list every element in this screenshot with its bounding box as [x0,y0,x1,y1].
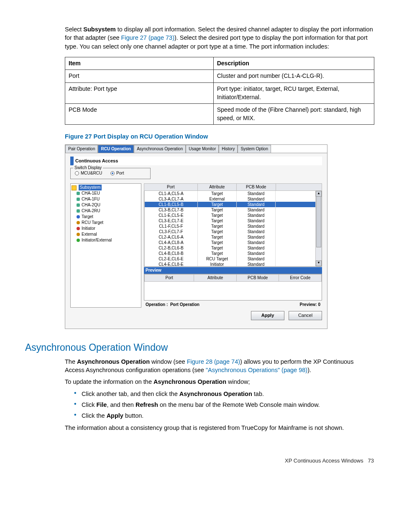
tab-rcu-operation[interactable]: RCU Operation [98,145,134,153]
table-row[interactable]: CL1-B,CL5-BTargetStandard [145,202,322,207]
tree-item-initiator[interactable]: Initiator [71,226,141,231]
folder-icon [72,185,77,190]
port-info-table: Item Description PortCluster and port nu… [65,57,374,125]
scroll-down-icon[interactable]: ▼ [316,260,322,266]
col-item: Item [65,57,214,70]
tree-item-cha-1eu[interactable]: CHA-1EU [71,190,141,196]
scroll-up-icon[interactable]: ▲ [316,191,322,197]
table-row[interactable]: CL4-E,CL8-EInitiatorStandard [145,262,322,267]
table-row[interactable]: CL3-B,CL7-BTargetStandard [145,207,322,213]
port-table-body: CL1-A,CL5-ATargetStandard CL3-A,CL7-AExt… [144,191,322,267]
port-table: Port Attribute PCB Mode [144,183,322,191]
preview-header: Preview [144,267,322,274]
table-row[interactable]: CL1-F,CL5-FTargetStandard [145,224,322,229]
intro-paragraph: Select Subsystem to display all port inf… [65,25,374,51]
section-heading: Asynchronous Operation Window [25,341,374,354]
col-attribute[interactable]: Attribute [197,184,237,191]
panel-title: Continuous Access [70,157,322,165]
tab-usage-monitor[interactable]: Usage Monitor [186,145,219,153]
list-item: Click File, and then Refresh on the menu… [74,401,374,409]
tab-system-option[interactable]: System Option [238,145,271,153]
tree-item-cha-1fu[interactable]: CHA-1FU [71,196,141,202]
tree-item-initiator-external[interactable]: Initiator/External [71,237,141,243]
tab-pair-operation[interactable]: Pair Operation [65,145,98,153]
switch-display-group: Switch Display MCU&RCU Port [70,168,151,179]
page-footer: XP Continuous Access Windows 73 [25,457,374,465]
tab-asynchronous-operation[interactable]: Asynchronous Operation [134,145,186,153]
col-pcb-mode[interactable]: PCB Mode [237,184,276,191]
figure-caption: Figure 27 Port Display on RCU Operation … [65,132,374,141]
operation-value: Port Operation [170,302,200,307]
rcu-operation-window: Pair Operation RCU Operation Asynchronou… [65,144,327,329]
table-row[interactable]: CL3-A,CL7-AExternalStandard [145,196,322,202]
list-item: Click the Apply button. [74,411,374,420]
tree-item-target[interactable]: Target [71,214,141,220]
cancel-button[interactable]: Cancel [289,311,322,320]
col-description: Description [213,57,374,70]
apply-button[interactable]: Apply [251,311,284,320]
table-row: Attribute: Port typePort type: initiator… [65,83,374,104]
figure-27-link[interactable]: Figure 27 (page 73) [121,34,174,41]
table-row[interactable]: CL2-B,CL6-BTargetStandard [145,245,322,251]
table-row: PCB ModeSpeed mode of the (Fibre Channel… [65,104,374,125]
operation-label: Operation : [146,302,168,307]
body-paragraph: The information about a consistency grou… [65,424,374,432]
table-row[interactable]: CL2-E,CL6-ERCU TargetStandard [145,256,322,262]
figure-28-link[interactable]: Figure 28 (page 74) [187,358,240,365]
table-row[interactable]: CL4-B,CL8-BTargetStandard [145,251,322,256]
preview-count: Preview: 0 [300,302,320,308]
table-row[interactable]: CL3-F,CL7-FTargetStandard [145,229,322,234]
table-row[interactable]: CL1-E,CL5-ETargetStandard [145,213,322,218]
list-item: Click another tab, and then click the As… [74,390,374,398]
radio-mcu-rcu[interactable]: MCU&RCU [75,170,102,176]
tab-history[interactable]: History [219,145,238,153]
tree-item-rcu-target[interactable]: RCU Target [71,220,141,226]
table-row[interactable]: CL4-A,CL8-ATargetStandard [145,240,322,245]
table-row[interactable]: CL2-A,CL6-ATargetStandard [145,234,322,240]
tree-item-cha-2ru[interactable]: CHA-2RU [71,208,141,214]
radio-icon [75,171,79,175]
body-paragraph: The Asynchronous Operation window (see F… [65,357,374,375]
body-paragraph: To update the information on the Asynchr… [65,378,374,386]
app-tab-bar: Pair Operation RCU Operation Asynchronou… [65,145,327,153]
table-row: PortCluster and port number (CL1-A-CLG-R… [65,70,374,83]
tree-item-cha-2qu[interactable]: CHA-2QU [71,202,141,208]
bullet-list: Click another tab, and then click the As… [65,390,374,420]
scroll-thumb[interactable] [316,196,321,247]
table-row[interactable]: CL1-A,CL5-ATargetStandard [145,191,322,196]
preview-table: Port Attribute PCB Mode Error Code [144,274,322,282]
col-port[interactable]: Port [144,184,198,191]
async-operations-link[interactable]: "Asynchronous Operations" (page 98) [206,367,307,373]
table-row[interactable]: CL3-E,CL7-ETargetStandard [145,218,322,224]
radio-port[interactable]: Port [110,170,124,176]
tree-item-external[interactable]: External [71,231,141,237]
col-blank [276,184,322,191]
scrollbar[interactable]: ▲ ▼ [315,191,322,266]
tree-root-subsystem[interactable]: Subsystem [79,185,102,190]
radio-icon [110,171,115,175]
tree-pane: Subsystem CHA-1EU CHA-1FU CHA-2QU CHA-2R… [70,183,141,308]
